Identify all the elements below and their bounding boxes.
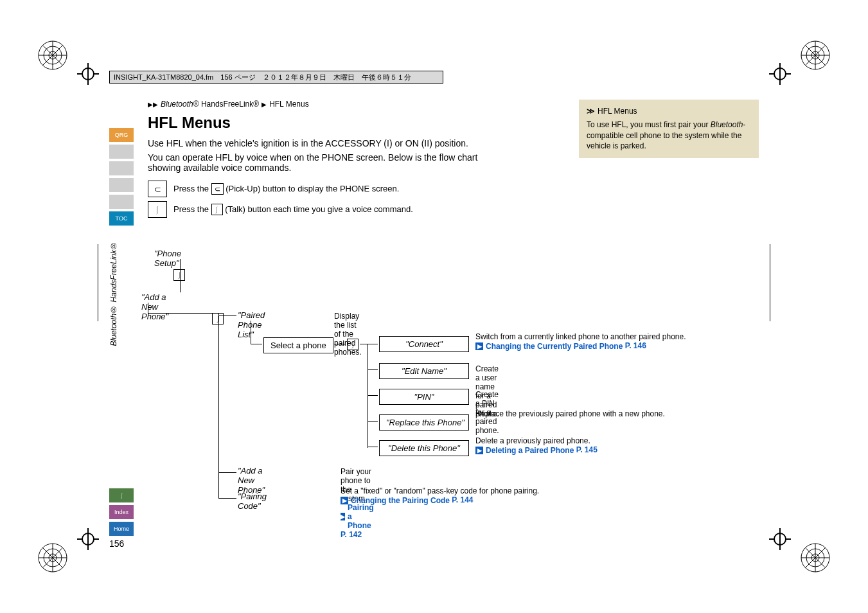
chapter-vertical-label: Bluetooth® HandsFreeLink® <box>109 241 118 346</box>
tab-empty[interactable] <box>109 161 134 175</box>
tab-toc[interactable]: TOC <box>109 211 134 226</box>
tab-home[interactable]: Home <box>109 522 134 536</box>
talk-icon: ⎰ <box>347 339 359 350</box>
tab-qrg[interactable]: QRG <box>109 128 134 142</box>
intro-text-1: Use HFL when the vehicle's ignition is i… <box>148 138 482 148</box>
sidebar-tabs-top: QRG TOC <box>109 128 134 226</box>
talk-icon: ⎰ <box>120 492 123 499</box>
voice-cmd-add-new-phone-2: "Add a New Phone" <box>238 466 265 495</box>
link-changing-pairing-code[interactable]: ▶Changing the Pairing Code <box>341 496 450 505</box>
tab-voice[interactable]: ⎰ <box>109 488 134 502</box>
tab-empty[interactable] <box>109 195 134 209</box>
page-number: 156 <box>109 538 124 549</box>
registration-mark-icon <box>800 542 831 573</box>
talk-icon: ⎰ <box>212 313 224 324</box>
page-ref: P. 142 <box>341 530 362 539</box>
voice-cmd-paired-phone-list: "Paired Phone List" <box>238 310 265 339</box>
crosshair-icon <box>77 63 99 85</box>
pickup-button-icon: ⊂ <box>148 181 167 197</box>
link-changing-currently-paired[interactable]: ▶Changing the Currently Paired Phone <box>475 342 623 351</box>
crosshair-icon <box>77 528 99 550</box>
voice-cmd-connect: "Connect" <box>379 336 469 352</box>
file-info-header: INSIGHT_KA-31TM8820_04.fm 156 ページ ２０１２年８… <box>109 71 443 84</box>
registration-mark-icon <box>800 40 831 71</box>
step-2: ⎰ Press the ⎰ (Talk) button each time yo… <box>148 201 759 218</box>
talk-icon-inline: ⎰ <box>211 204 223 215</box>
page-ref: P. 145 <box>576 445 598 454</box>
callout-body: To use HFL, you must first pair your Blu… <box>587 120 751 152</box>
registration-mark-icon <box>37 542 68 573</box>
crosshair-icon <box>769 63 791 85</box>
action-select-phone: Select a phone <box>263 337 333 353</box>
registration-mark-icon <box>37 40 68 71</box>
page-ref: P. 146 <box>625 341 646 350</box>
tab-empty[interactable] <box>109 178 134 192</box>
tab-index[interactable]: Index <box>109 505 134 519</box>
voice-cmd-pin: "PIN" <box>379 389 469 405</box>
page-ref: P. 144 <box>452 495 473 504</box>
trim-line <box>770 244 770 321</box>
pickup-icon-inline: ⊂ <box>211 183 224 195</box>
callout-box: ≫ HFL Menus To use HFL, you must first p… <box>579 100 759 158</box>
voice-cmd-pairing-code: "Pairing Code" <box>238 492 267 511</box>
chevron-right-icon: ▶ <box>261 101 267 108</box>
voice-cmd-edit-name: "Edit Name" <box>379 363 469 379</box>
tab-empty[interactable] <box>109 145 134 159</box>
callout-title: ≫ HFL Menus <box>587 106 751 117</box>
note-icon: ≫ <box>587 106 595 117</box>
step-1: ⊂ Press the ⊂ (Pick-Up) button to displa… <box>148 181 759 197</box>
voice-cmd-delete-this-phone: "Delete this Phone" <box>379 440 469 456</box>
trim-line <box>98 244 98 321</box>
link-pairing-a-phone[interactable]: ▶Pairing a Phone <box>341 503 377 530</box>
intro-text-2: You can operate HFL by voice when on the… <box>148 152 482 173</box>
sidebar-tabs-bottom: ⎰ Index Home <box>109 488 134 536</box>
desc-replace: Replace the previously paired phone with… <box>475 409 687 418</box>
talk-button-icon: ⎰ <box>148 201 167 218</box>
crosshair-icon <box>769 528 791 550</box>
desc-pairing-code: Set a "fixed" or "random" pass-key code … <box>341 486 610 505</box>
voice-cmd-phone-setup: "Phone Setup" <box>154 249 181 268</box>
voice-cmd-replace-this-phone: "Replace this Phone" <box>379 414 469 431</box>
desc-connect: Switch from a currently linked phone to … <box>475 332 720 351</box>
voice-cmd-add-new-phone: "Add a New Phone" <box>141 292 168 321</box>
chevron-right-icon: ▶▶ <box>148 101 158 108</box>
desc-delete: Delete a previously paired phone. ▶Delet… <box>475 436 687 455</box>
link-deleting-paired-phone[interactable]: ▶Deleting a Paired Phone <box>475 446 574 455</box>
talk-icon: ⎰ <box>173 269 185 281</box>
